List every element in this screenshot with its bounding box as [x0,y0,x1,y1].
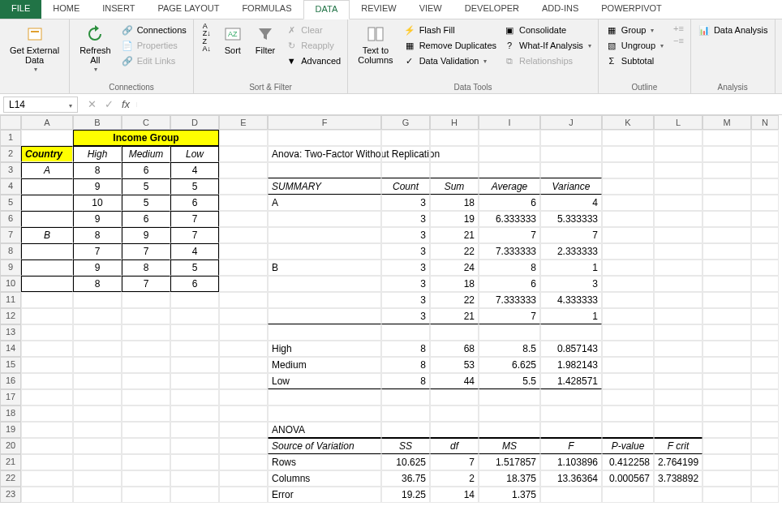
cell[interactable] [268,292,381,308]
hide-detail-button[interactable]: −≡ [672,35,685,46]
row-header[interactable]: 14 [0,341,21,357]
cell[interactable]: 3 [381,243,430,260]
cell[interactable] [479,389,540,405]
tab-addins[interactable]: ADD-INS [531,0,590,19]
cell[interactable]: 1 [540,308,602,324]
cell[interactable] [21,470,73,487]
cell[interactable] [703,292,751,308]
row-header[interactable]: 18 [0,405,21,422]
cell[interactable] [430,389,479,405]
cell[interactable] [21,130,73,146]
cell[interactable] [703,195,751,211]
cell[interactable]: 3 [381,211,430,227]
cell[interactable]: B [21,227,73,243]
cell[interactable] [73,324,122,341]
subtotal-button[interactable]: ΣSubtotal [604,54,665,68]
cell[interactable]: 18 [430,195,479,211]
cell[interactable] [479,130,540,146]
cell[interactable] [122,438,170,454]
cell[interactable]: Country [21,146,73,162]
cell[interactable] [602,357,654,373]
cell[interactable]: P-value [602,438,654,454]
col-header[interactable]: E [219,115,268,130]
cell[interactable] [479,422,540,438]
cell[interactable] [703,243,751,260]
cell[interactable] [170,470,219,487]
cell[interactable] [654,260,703,276]
cell[interactable]: 1.428571 [540,373,602,389]
cell[interactable]: A [21,162,73,178]
cell[interactable] [73,308,122,324]
cell[interactable] [268,389,381,405]
cell[interactable]: 68 [430,341,479,357]
cell[interactable]: B [268,260,381,276]
cell[interactable] [703,211,751,227]
cell[interactable] [751,341,779,357]
cell[interactable] [21,454,73,470]
cell[interactable] [540,324,602,341]
cell[interactable]: Source of Variation [268,438,381,454]
cell[interactable] [479,405,540,422]
cell[interactable]: 0.857143 [540,341,602,357]
cell[interactable] [381,389,430,405]
cell[interactable] [602,146,654,162]
cell[interactable] [540,405,602,422]
cell[interactable] [751,195,779,211]
tab-page-layout[interactable]: PAGE LAYOUT [146,0,230,19]
cell[interactable]: 19.25 [381,487,430,503]
cell[interactable]: 0.000567 [602,470,654,487]
cell[interactable] [73,357,122,373]
cell[interactable] [602,178,654,195]
cell[interactable] [602,373,654,389]
cell[interactable] [122,292,170,308]
cell[interactable] [703,276,751,292]
get-external-data-button[interactable]: Get External Data [5,23,64,75]
cell[interactable] [751,178,779,195]
row-header[interactable]: 4 [0,178,21,195]
cell[interactable] [122,308,170,324]
cell[interactable]: SUMMARY [268,178,381,195]
cell[interactable] [654,227,703,243]
cell[interactable] [268,276,381,292]
cell[interactable] [219,341,268,357]
cell[interactable] [430,162,479,178]
cell[interactable] [703,470,751,487]
cell[interactable] [219,162,268,178]
cell[interactable]: Low [268,373,381,389]
cell[interactable] [602,341,654,357]
cell[interactable] [21,195,73,211]
cell[interactable] [268,162,381,178]
cell[interactable] [654,341,703,357]
cell[interactable] [751,438,779,454]
cell[interactable] [540,162,602,178]
cell[interactable]: 1.982143 [540,357,602,373]
tab-developer[interactable]: DEVELOPER [453,0,531,19]
cell[interactable] [703,454,751,470]
cell[interactable]: 3 [381,292,430,308]
cell[interactable] [73,341,122,357]
cell[interactable]: Average [479,178,540,195]
cell[interactable] [21,422,73,438]
cell[interactable]: High [73,146,122,162]
cell[interactable]: Anova: Two-Factor Without Replication [268,146,381,162]
cell[interactable] [751,389,779,405]
cell[interactable] [73,422,122,438]
clear-button[interactable]: ✗Clear [283,23,342,37]
row-header[interactable]: 1 [0,130,21,146]
cell[interactable]: 2 [430,470,479,487]
row-header[interactable]: 10 [0,276,21,292]
cell[interactable] [602,195,654,211]
cell[interactable] [170,405,219,422]
cell[interactable]: 5 [170,178,219,195]
cell[interactable] [602,308,654,324]
cell[interactable] [751,211,779,227]
cell[interactable] [381,130,430,146]
row-header[interactable]: 3 [0,162,21,178]
row-header[interactable]: 5 [0,195,21,211]
cell[interactable]: 10 [73,195,122,211]
fx-icon[interactable]: fx [122,98,130,110]
cell[interactable] [21,324,73,341]
cell[interactable]: 6.333333 [479,211,540,227]
cell[interactable]: High [268,341,381,357]
cell[interactable] [219,260,268,276]
